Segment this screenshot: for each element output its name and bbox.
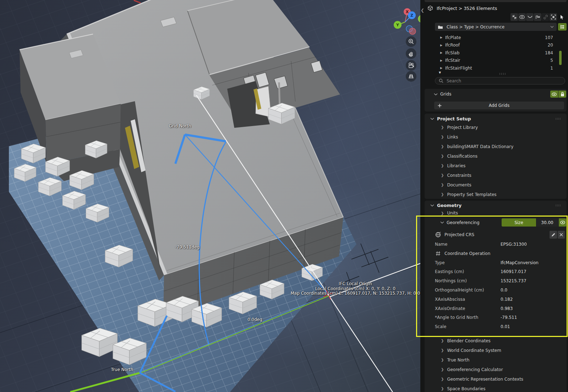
sidebar-item-property-set-templates[interactable]: ❯Property Set Templates [425,191,567,198]
size-slider[interactable]: Size [502,218,536,227]
chevron-down-icon [550,26,554,28]
select-cursor-button[interactable] [558,13,566,21]
add-grids-button[interactable]: Add Grids [434,102,564,109]
properties-sidebar: IfcProject > 3526 Elements Class > Type [420,0,568,392]
shrink-icon [512,15,517,20]
property-row: OrthogonalHeight (cm) 0.0 [425,287,567,294]
cube-icon [427,5,433,11]
project-setup-header[interactable]: Project Setup [425,114,567,123]
expand-triangle-icon[interactable]: ▶ [440,44,442,47]
expand-triangle-icon[interactable]: ▶ [440,59,442,62]
name-value[interactable]: EPSG:31300 [501,242,527,247]
link-icon [543,15,548,20]
camera-icon [408,62,414,69]
sidebar-item-constraints[interactable]: ❯Constraints [425,172,567,179]
list-item[interactable]: ▶ IfcPlate 107 [420,34,568,41]
svg-text:X: X [406,10,409,14]
origin-annotation: IFC Local Origin Local Coordinates (cm) … [290,282,420,296]
chevron-down-icon [430,118,434,120]
georeferencing-header[interactable]: Georeferencing Size 30.00 [425,218,567,227]
expand-triangle-icon[interactable]: ▶ [440,51,442,54]
eye-icon [519,15,525,19]
grid-north-label: Grid North [169,124,191,129]
grid-icon [408,73,414,80]
property-row-scale: Scale 0.01 [425,323,567,330]
pencil-icon [551,233,556,237]
list-resize-handle[interactable]: ▼ [420,71,568,76]
append-button[interactable] [534,13,541,21]
list-item[interactable]: ▶ IfcSlab 184 [420,49,568,56]
property-row: Northings (cm) 153215.737 [425,277,567,284]
zoom-button[interactable] [406,36,416,47]
geometry-header[interactable]: Geometry [425,201,567,209]
camera-view-button[interactable] [406,60,416,71]
grids-visibility-button[interactable] [550,91,558,98]
grids-section: Grids Add Grids [425,89,567,111]
3d-viewport[interactable]: X Z Y Grid North -79.511deg 0.0deg True … [0,0,420,392]
panel-collapse-chevron[interactable]: ❮ [421,8,424,13]
eye-icon [560,220,565,224]
breadcrumb: IfcProject > 3526 Elements [427,5,497,12]
sidebar-item-documents[interactable]: ❯Documents [425,181,567,189]
sidebar-item-georeferencing-calculator[interactable]: ❯Georeferencing Calculator [425,366,567,373]
element-count: 5 [550,58,553,63]
sidebar-item-links[interactable]: ❯Links [425,133,567,141]
list-item[interactable]: ▶ IfcStairFlight 1 [420,64,568,72]
element-count: 184 [545,50,553,55]
property-row-name: Name EPSG:31300 [425,241,567,248]
remove-crs-button[interactable] [558,231,565,239]
pan-button[interactable] [406,48,416,59]
ifc-class-list: ▶ IfcPlate 107 ▶ IfcRoof 20 ▶ IfcSlab 18… [420,34,568,72]
list-scrollbar[interactable] [559,51,562,65]
search-icon [439,78,443,83]
outliner-mode-button[interactable] [558,23,567,31]
collapse-triangle-icon[interactable]: ▼ [439,71,441,74]
svg-text:Z: Z [410,13,413,18]
expand-triangle-icon[interactable]: ▶ [440,66,442,70]
chevron-down-icon [440,221,444,224]
sidebar-item-geometric-representation-contexts[interactable]: ❯Geometric Representation Contexts [425,375,567,383]
sidebar-item-bsdd[interactable]: ❯buildingSMART Data Dictionary [425,143,567,150]
search-input[interactable]: Search [435,77,565,85]
element-count: 107 [545,35,553,40]
true-north-label: True North [111,368,133,372]
property-row: Eastings (cm) 160917.017 [425,268,567,275]
grids-lock-button[interactable] [558,91,566,98]
curve-filter-button[interactable] [526,13,534,21]
expand-triangle-icon[interactable]: ▶ [440,36,442,39]
size-value-field[interactable]: 30.00 [536,218,558,227]
viewport-scene: X Z Y [0,0,420,392]
sidebar-item-world-coordinate-system[interactable]: ❯World Coordinate System [425,347,567,354]
edit-crs-button[interactable] [550,231,557,239]
folder-icon [438,25,443,29]
visibility-filter-button[interactable] [518,13,526,21]
sidebar-item-units[interactable]: ❯Units [425,209,567,217]
sidebar-item-blender-coordinates[interactable]: ❯Blender Coordinates [425,337,567,344]
list-item[interactable]: ▶ IfcRoof 20 [420,42,568,49]
blender-bim-app: { "viewport": { "labels": { "grid_north"… [0,0,568,392]
shrink-isolate-button[interactable] [510,13,518,21]
sidebar-item-libraries[interactable]: ❯Libraries [425,162,567,169]
lock-icon [561,92,564,97]
tree-list-icon [560,24,565,29]
sidebar-item-space-boundaries[interactable]: ❯Space Boundaries [425,385,567,392]
sidebar-item-project-library[interactable]: ❯Project Library [425,124,567,131]
select-box-button[interactable] [550,13,557,21]
grids-section-header[interactable]: Grids [425,90,567,98]
grid-axes-icon [436,251,441,256]
zero-angle-label: 0.0deg [247,317,262,322]
property-row: Type IfcMapConversion [425,259,567,266]
georef-visibility-button[interactable] [559,218,566,227]
link-button[interactable] [542,13,549,21]
toggle-grid-button[interactable] [406,71,416,82]
top-field-stub [425,0,567,2]
coordinate-operation-row: Coordinate Operation [425,250,567,257]
list-item[interactable]: ▶ IfcStair 5 [420,57,568,64]
sidebar-item-true-north[interactable]: ❯True North [425,356,567,364]
collection-mode-dropdown[interactable]: Class > Type > Occurrence [435,23,557,31]
sidebar-item-classifications[interactable]: ❯Classifications [425,152,567,160]
file-forward-icon [535,15,540,20]
view-navigation-gizmo[interactable]: X Z Y [394,8,420,34]
magnifier-plus-icon [408,38,414,45]
project-setup-section: Project Setup ❯Project Library ❯Links ❯b… [425,114,567,199]
